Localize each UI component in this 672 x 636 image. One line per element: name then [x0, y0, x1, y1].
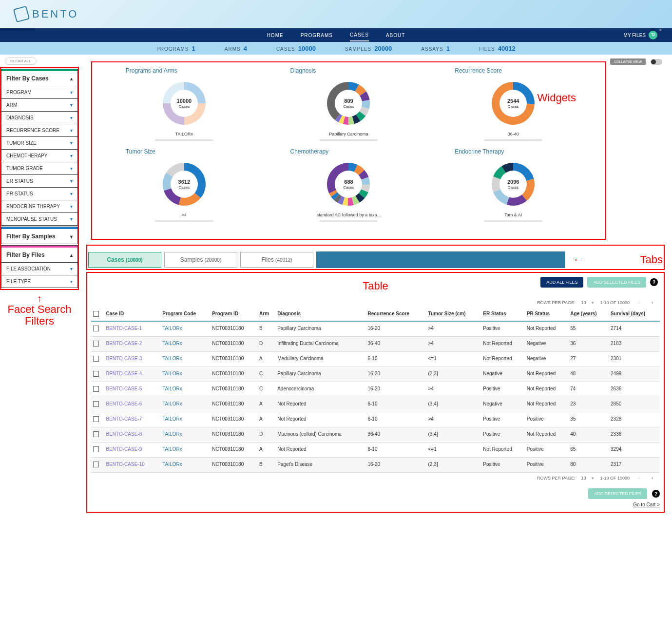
cell[interactable]: TAILORx: [160, 397, 210, 412]
cell[interactable]: BENTO-CASE-1: [104, 321, 161, 337]
chevron-down-icon[interactable]: ▾: [592, 300, 594, 305]
facet-item[interactable]: CHEMOTHERAPY▾: [1, 149, 77, 162]
facet-item[interactable]: FILE TYPE▾: [1, 275, 77, 288]
column-header[interactable]: Diagnosis: [275, 308, 365, 321]
cell[interactable]: BENTO-CASE-9: [104, 443, 161, 458]
prev-page[interactable]: ‹: [635, 299, 643, 306]
cell[interactable]: BENTO-CASE-6: [104, 397, 161, 412]
nav-home[interactable]: HOME: [267, 30, 284, 41]
column-header[interactable]: Age (years): [568, 308, 609, 321]
facet-item[interactable]: ER STATUS▾: [1, 174, 77, 187]
row-checkbox[interactable]: [93, 326, 99, 331]
row-checkbox[interactable]: [93, 356, 99, 362]
widget-slider[interactable]: [319, 139, 378, 141]
donut-chart[interactable]: 3612Cases: [160, 160, 209, 209]
cell[interactable]: TAILORx: [160, 412, 210, 427]
widget-slider[interactable]: [319, 220, 378, 222]
widget-slider[interactable]: [155, 220, 213, 222]
facet-item[interactable]: TUMOR GRADE▾: [1, 162, 77, 174]
column-header[interactable]: Case ID: [104, 308, 161, 321]
facet-item[interactable]: RECURRENCE SCORE▾: [1, 124, 77, 136]
facet-item[interactable]: FILE ASSOCIATION▾: [1, 262, 77, 275]
row-checkbox[interactable]: [93, 431, 99, 437]
facet-item[interactable]: PR STATUS▾: [1, 187, 77, 200]
tab[interactable]: Files (40012): [240, 252, 313, 268]
next-page[interactable]: ›: [649, 475, 656, 482]
view-toggle[interactable]: [651, 59, 662, 65]
tab[interactable]: Samples (20000): [164, 252, 237, 268]
cell: 16-20: [365, 458, 426, 473]
cell[interactable]: BENTO-CASE-5: [104, 382, 161, 397]
row-checkbox[interactable]: [93, 386, 99, 392]
column-header[interactable]: ER Status: [481, 308, 524, 321]
facet-item[interactable]: ENDOCRINE THERAPY▾: [1, 200, 77, 212]
nav-about[interactable]: ABOUT: [386, 30, 405, 41]
column-header[interactable]: Program Code: [160, 308, 210, 321]
cell[interactable]: BENTO-CASE-7: [104, 412, 161, 427]
donut-chart[interactable]: 2544Cases: [489, 79, 538, 128]
add-all-files-button[interactable]: ADD ALL FILES: [540, 277, 583, 288]
widget-slider[interactable]: [484, 220, 542, 222]
column-header[interactable]: Arm: [257, 308, 275, 321]
facet-item[interactable]: DIAGNOSIS▾: [1, 111, 77, 124]
column-header[interactable]: Recurrence Score: [365, 308, 426, 321]
cell[interactable]: TAILORx: [160, 337, 210, 352]
my-files[interactable]: MY FILES 3: [624, 31, 657, 39]
cell[interactable]: TAILORx: [160, 382, 210, 397]
column-header[interactable]: [91, 308, 104, 321]
row-checkbox[interactable]: [93, 371, 99, 377]
widget-slider[interactable]: [155, 139, 213, 141]
add-selected-files-button[interactable]: ADD SELECTED FILES: [587, 277, 646, 288]
clear-all-button[interactable]: CLEAR ALL: [5, 58, 37, 65]
cell[interactable]: BENTO-CASE-8: [104, 427, 161, 443]
prev-page[interactable]: ‹: [635, 475, 643, 482]
column-header[interactable]: Tumor Size (cm): [426, 308, 481, 321]
rows-per-page-value[interactable]: 10: [581, 476, 586, 481]
column-header[interactable]: Program ID: [210, 308, 257, 321]
cell[interactable]: BENTO-CASE-4: [104, 367, 161, 382]
cell[interactable]: TAILORx: [160, 443, 210, 458]
cell[interactable]: TAILORx: [160, 367, 210, 382]
donut-chart[interactable]: 2096Cases: [489, 160, 538, 209]
help-icon[interactable]: ?: [652, 490, 660, 498]
cell[interactable]: TAILORx: [160, 458, 210, 473]
column-header[interactable]: Survival (days): [609, 308, 660, 321]
cell[interactable]: TAILORx: [160, 321, 210, 337]
cell[interactable]: BENTO-CASE-2: [104, 337, 161, 352]
row-checkbox[interactable]: [93, 341, 99, 347]
cell[interactable]: TAILORx: [160, 427, 210, 443]
nav-cases[interactable]: CASES: [350, 29, 369, 41]
facet-header[interactable]: Filter By Files▴: [1, 248, 77, 262]
facet-header[interactable]: Filter By Cases▴: [1, 71, 77, 86]
goto-cart-link[interactable]: Go to Cart >: [633, 502, 660, 507]
row-checkbox[interactable]: [93, 401, 99, 407]
row-checkbox[interactable]: [93, 416, 99, 422]
next-page[interactable]: ›: [649, 299, 656, 306]
chevron-down-icon[interactable]: ▾: [592, 476, 594, 481]
facet-item[interactable]: MENOPAUSE STATUS▾: [1, 212, 77, 225]
facet-item[interactable]: ARM▾: [1, 98, 77, 111]
nav-programs[interactable]: PROGRAMS: [301, 30, 333, 41]
facet-header[interactable]: Filter By Samples▾: [1, 229, 77, 244]
facet-item[interactable]: TUMOR SIZE▾: [1, 136, 77, 149]
help-icon[interactable]: ?: [650, 278, 658, 286]
cell[interactable]: BENTO-CASE-3: [104, 352, 161, 367]
widget-slider[interactable]: [484, 139, 542, 141]
tab[interactable]: Cases (10000): [88, 252, 161, 268]
add-selected-files-button-bottom[interactable]: ADD SELECTED FILES: [588, 488, 647, 499]
cell: A: [257, 443, 275, 458]
checkbox-all[interactable]: [93, 311, 99, 317]
brand-logo[interactable]: BENTO: [15, 7, 78, 21]
donut-chart[interactable]: 688Cases: [324, 160, 373, 209]
row-checkbox[interactable]: [93, 462, 99, 467]
row-checkbox[interactable]: [93, 446, 99, 452]
donut-chart[interactable]: 809Cases: [324, 79, 373, 128]
cell[interactable]: TAILORx: [160, 352, 210, 367]
column-header[interactable]: PR Status: [525, 308, 568, 321]
widget-title: Chemotherapy: [290, 148, 407, 155]
collapse-button[interactable]: COLLAPSE VIEW: [610, 58, 646, 65]
cell[interactable]: BENTO-CASE-10: [104, 458, 161, 473]
rows-per-page-value[interactable]: 10: [581, 300, 586, 305]
facet-item[interactable]: PROGRAM▾: [1, 86, 77, 98]
donut-chart[interactable]: 10000Cases: [160, 79, 209, 128]
